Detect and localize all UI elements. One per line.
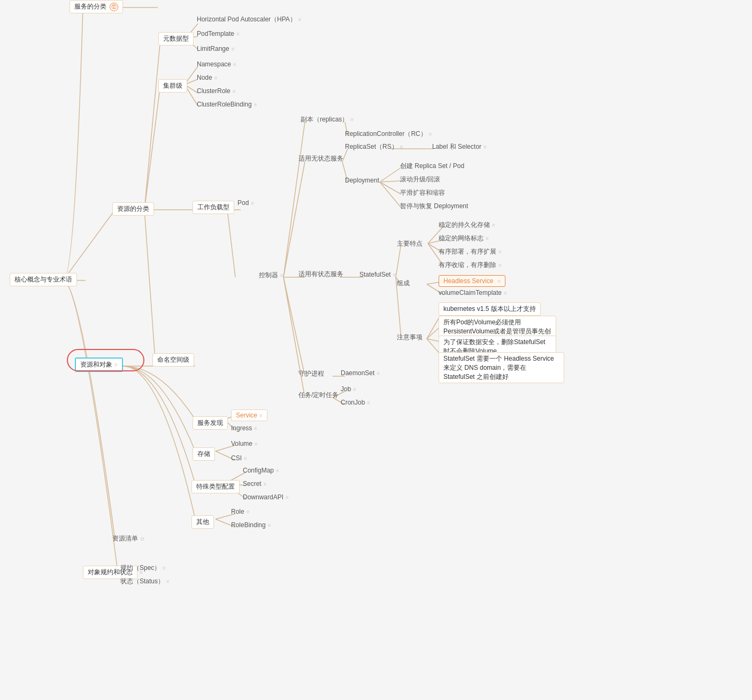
headless-service-node: Headless Service ≡: [439, 275, 505, 287]
controller-menu-icon[interactable]: ≡: [280, 272, 283, 278]
special-config-label: 特殊类型配置: [191, 480, 240, 493]
daemonset-node: DaemonSet ≡: [341, 369, 380, 377]
downward-api-menu-icon[interactable]: ≡: [286, 494, 289, 500]
stable-network-menu-icon[interactable]: ≡: [486, 235, 489, 241]
deployment-menu-icon[interactable]: ≡: [381, 178, 385, 184]
create-replica-node: 创建 Replica Set / Pod: [400, 162, 464, 171]
spec-node: 规约（Spec） ≡: [120, 564, 166, 573]
cluster-role-binding-menu-icon[interactable]: ≡: [254, 102, 257, 108]
service-discovery-node: 服务发现: [193, 416, 228, 430]
cluster-role-menu-icon[interactable]: ≡: [233, 88, 236, 94]
downward-api-node: DownwardAPI ≡: [243, 493, 289, 501]
resources-objects-node[interactable]: 资源和对象 ≡: [75, 357, 123, 372]
ordered-deploy-menu-icon[interactable]: ≡: [498, 249, 502, 255]
svg-line-17: [283, 122, 305, 277]
pod-menu-icon[interactable]: ≡: [251, 200, 254, 206]
ordered-delete-node: 有序收缩，有序删除 ≡: [439, 261, 502, 270]
deployment-node: Deployment ≡: [345, 177, 385, 184]
spec-menu-icon[interactable]: ≡: [163, 565, 166, 571]
svg-line-20: [283, 277, 305, 376]
ingress-menu-icon[interactable]: ≡: [254, 425, 257, 431]
storage-node: 存储: [193, 447, 215, 461]
role-binding-menu-icon[interactable]: ≡: [268, 522, 271, 528]
service-node: Service ≡: [231, 409, 267, 421]
rs-node: ReplicaSet（RS） ≡: [345, 142, 403, 151]
special-config-node: 特殊类型配置: [191, 480, 240, 493]
pause-resume-node: 暂停与恢复 Deployment: [400, 202, 468, 211]
statefulset-node: StatefulSet ≡: [359, 271, 396, 278]
connector-lines: [0, 0, 752, 700]
meta-type-label: 元数据型: [158, 32, 194, 45]
stateful-node: 适用有状态服务: [298, 270, 343, 279]
circle-12-icon: ⑫: [110, 3, 118, 11]
resource-list-node: 资源清单 ⊖: [112, 534, 144, 543]
cluster-level-node: 集群级: [158, 79, 187, 93]
hpa-menu-icon[interactable]: ≡: [298, 17, 302, 22]
rolling-update-node: 滚动升级/回滚: [400, 175, 440, 184]
resource-category-node: 资源的分类: [112, 202, 154, 216]
service-menu-icon[interactable]: ≡: [259, 413, 263, 419]
volume-claim-menu-icon[interactable]: ≡: [504, 290, 507, 296]
headless-dns-box: StatefulSet 需要一个 Headless Service 来定义 DN…: [439, 352, 564, 383]
job-menu-icon[interactable]: ≡: [353, 386, 356, 392]
replicas-menu-icon[interactable]: ≡: [350, 117, 354, 123]
ingress-node: Ingress ≡: [231, 424, 257, 432]
svg-line-29: [380, 182, 401, 208]
mindmap-container: 核心概念与专业术语 服务的分类 ⑫ 资源的分类 元数据型 集群级 Horizon…: [0, 0, 752, 700]
other-node: 其他: [191, 515, 214, 529]
stable-storage-node: 稳定的持久化存储 ≡: [439, 220, 495, 230]
rc-menu-icon[interactable]: ≡: [429, 131, 432, 137]
svg-line-3: [144, 39, 160, 210]
status-menu-icon[interactable]: ≡: [166, 579, 170, 584]
ordered-delete-menu-icon[interactable]: ≡: [498, 262, 502, 268]
stateless-node: 适用无状态服务: [298, 154, 343, 163]
namespace-level-node: 命名空间级: [152, 353, 194, 367]
root-node: 核心概念与专业术语: [10, 273, 77, 286]
volume-menu-icon[interactable]: ≡: [255, 441, 258, 447]
resources-objects-menu-icon[interactable]: ≡: [114, 362, 118, 368]
secret-menu-icon[interactable]: ≡: [264, 481, 267, 487]
statefulset-menu-icon[interactable]: ≡: [393, 272, 396, 278]
csi-node: CSI ≡: [231, 454, 247, 462]
label-selector-node: Label 和 Selector ≡: [432, 142, 487, 151]
svg-line-18: [283, 162, 305, 277]
resource-list-menu-icon[interactable]: ⊖: [140, 536, 144, 542]
label-selector-menu-icon[interactable]: ≡: [484, 144, 487, 150]
smooth-scale-node: 平滑扩容和缩容: [400, 188, 445, 197]
pod-template-menu-icon[interactable]: ≡: [236, 31, 240, 37]
limit-range-menu-icon[interactable]: ≡: [232, 46, 235, 52]
main-features-node: 主要特点: [397, 239, 423, 248]
headless-service-menu-icon[interactable]: ≡: [497, 278, 501, 284]
workload-type-node: 工作负载型: [193, 201, 234, 214]
configmap-node: ConfigMap ≡: [243, 467, 279, 474]
status-node: 状态（Status） ≡: [120, 577, 170, 586]
svg-line-31: [396, 244, 401, 277]
rc-node: ReplicationController（RC） ≡: [345, 130, 432, 139]
ordered-deploy-node: 有序部署，有序扩展 ≡: [439, 247, 502, 256]
storage-label: 存储: [193, 447, 215, 461]
namespace-menu-icon[interactable]: ≡: [233, 62, 236, 67]
daemonset-menu-icon[interactable]: ≡: [377, 370, 380, 376]
cluster-role-node: ClusterRole ≡: [197, 87, 236, 95]
svg-line-21: [283, 277, 305, 398]
cronjob-menu-icon[interactable]: ≡: [367, 400, 370, 406]
role-menu-icon[interactable]: ≡: [247, 509, 250, 515]
service-box: Service ≡: [231, 409, 267, 421]
volume-claim-node: volumeClaimTemplate ≡: [439, 289, 507, 296]
resource-category-label: 资源的分类: [112, 202, 154, 216]
stable-storage-menu-icon[interactable]: ≡: [492, 222, 495, 228]
replicas-node: 副本（replicas） ≡: [301, 115, 354, 124]
cronjob-node: CronJob ≡: [341, 399, 370, 406]
svg-line-1: [63, 210, 115, 280]
job-node: Job ≡: [341, 385, 356, 393]
csi-menu-icon[interactable]: ≡: [244, 455, 247, 461]
workload-type-label: 工作负载型: [193, 201, 234, 214]
rs-menu-icon[interactable]: ≡: [400, 144, 403, 150]
secret-node: Secret ≡: [243, 480, 267, 488]
headless-dns-node: StatefulSet 需要一个 Headless Service 来定义 DN…: [439, 352, 564, 383]
configmap-menu-icon[interactable]: ≡: [276, 468, 279, 474]
node-menu-icon[interactable]: ≡: [214, 75, 218, 81]
service-category-label: 服务的分类 ⑫: [70, 0, 123, 13]
pod-template-node: PodTemplate ≡: [197, 30, 240, 37]
service-category-node: 服务的分类 ⑫: [70, 0, 123, 13]
